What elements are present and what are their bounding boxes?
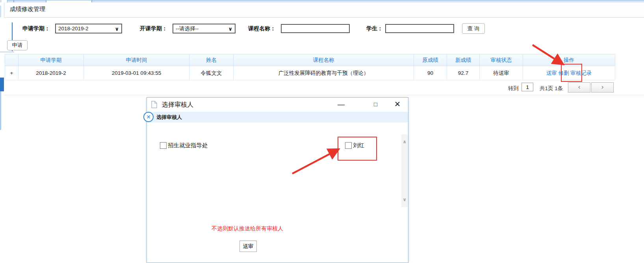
goto-label: 转到 <box>508 85 519 92</box>
select-reviewer-dialog: 选择审核人 — □ ✕ ✕ 选择审核人 招生就业指导处 刘红 ∧ ∨ 不选则默认… <box>147 97 408 263</box>
scrollbar[interactable]: ∧ ∨ <box>401 134 408 207</box>
dialog-note: 不选则默认推送给所有审核人 <box>212 225 283 232</box>
course-name-label: 课程名称： <box>248 25 276 32</box>
submit-review-button[interactable]: 送审 <box>239 241 257 252</box>
student-input[interactable] <box>385 24 454 33</box>
expand-row-icon[interactable]: + <box>5 66 19 80</box>
dialog-header: ✕ 选择审核人 <box>147 112 408 122</box>
prev-page-button[interactable]: ‹ <box>568 82 590 93</box>
next-page-button[interactable]: › <box>591 82 614 93</box>
checkbox-liuhong[interactable] <box>345 142 352 149</box>
col-expand <box>5 54 19 66</box>
table-row: + 2018-2019-2 2019-03-01 09:43:55 令狐文文 广… <box>5 66 615 80</box>
divider <box>4 95 644 95</box>
col-status: 审核状态 <box>480 54 523 66</box>
reviewer-item-office[interactable]: 招生就业指导处 <box>160 142 345 149</box>
student-label: 学生： <box>366 25 383 32</box>
open-term-select[interactable]: --请选择-- ∨ <box>173 24 236 33</box>
grade-modify-page: 成绩修改管理 申请学期： 2018-2019-2 ∨ 开课学期： --请选择--… <box>0 0 644 263</box>
checkbox-office[interactable] <box>160 142 167 149</box>
cell-old-score: 90 <box>414 66 447 80</box>
open-term-label: 开课学期： <box>140 25 167 32</box>
apply-term-select[interactable]: 2018-2019-2 ∨ <box>55 24 122 33</box>
dialog-header-title: 选择审核人 <box>156 112 182 122</box>
cell-student-name: 令狐文文 <box>189 66 234 80</box>
cell-actions: 送审 修删 审核记录 <box>523 66 615 80</box>
col-course: 课程名称 <box>234 54 414 66</box>
reviewer-label: 刘红 <box>353 142 364 149</box>
minimize-icon[interactable]: — <box>338 100 345 108</box>
chevron-down-icon: ∨ <box>115 25 119 33</box>
page-title: 成绩修改管理 <box>10 6 45 13</box>
sidebar-fragment <box>0 78 4 91</box>
open-term-value: --请选择-- <box>176 26 199 31</box>
chevron-down-icon: ∨ <box>228 25 232 33</box>
modify-delete-link[interactable]: 修删 <box>559 70 569 76</box>
reviewer-item-liuhong[interactable]: 刘红 <box>345 142 530 149</box>
dialog-close-circle-icon[interactable]: ✕ <box>143 112 154 122</box>
apply-button[interactable]: 申请 <box>7 40 28 50</box>
apply-term-value: 2018-2019-2 <box>58 26 89 31</box>
col-old-score: 原成绩 <box>414 54 447 66</box>
cell-apply-time: 2019-03-01 09:43:55 <box>84 66 189 80</box>
page-summary: 共1页 1条 <box>540 85 563 92</box>
cell-new-score: 92.7 <box>447 66 480 80</box>
col-apply-time: 申请时间 <box>84 54 189 66</box>
search-button[interactable]: 查 询 <box>462 23 485 34</box>
reviewer-list: 招生就业指导处 刘红 <box>160 142 530 149</box>
col-new-score: 新成绩 <box>447 54 480 66</box>
review-record-link[interactable]: 审核记录 <box>570 70 592 76</box>
course-name-input[interactable] <box>281 24 350 33</box>
cell-apply-term: 2018-2019-2 <box>19 66 84 80</box>
divider <box>4 17 644 18</box>
scroll-down-icon[interactable]: ∨ <box>403 197 406 202</box>
title-panel <box>4 2 644 17</box>
dialog-title: 选择审核人 <box>162 101 193 109</box>
grade-modify-table: 申请学期 申请时间 姓名 课程名称 原成绩 新成绩 审核状态 操作 + 2018… <box>5 54 615 80</box>
document-icon <box>151 101 157 110</box>
chevron-right-icon: › <box>601 83 604 91</box>
tab-stub <box>0 0 2 2</box>
page-number-input[interactable] <box>522 83 533 91</box>
cell-course-name: 广泛性发展障碍的教育与干预（理论） <box>234 66 414 80</box>
scroll-up-icon[interactable]: ∧ <box>403 139 406 144</box>
maximize-icon[interactable]: □ <box>374 100 377 108</box>
apply-term-label: 申请学期： <box>22 25 50 32</box>
col-name: 姓名 <box>189 54 234 66</box>
table-header-row: 申请学期 申请时间 姓名 课程名称 原成绩 新成绩 审核状态 操作 <box>5 54 615 66</box>
close-icon[interactable]: ✕ <box>394 100 401 108</box>
col-actions: 操作 <box>523 54 615 66</box>
send-review-link[interactable]: 送审 <box>546 70 557 76</box>
chevron-left-icon: ‹ <box>578 83 581 91</box>
cell-status: 待送审 <box>480 66 523 80</box>
sidebar-fragment <box>0 91 1 130</box>
sidebar-fragment <box>0 52 14 52</box>
reviewer-label: 招生就业指导处 <box>168 142 208 149</box>
dialog-titlebar[interactable]: 选择审核人 — □ ✕ <box>147 98 408 112</box>
sidebar-fragment <box>0 6 1 17</box>
col-apply-term: 申请学期 <box>19 54 84 66</box>
